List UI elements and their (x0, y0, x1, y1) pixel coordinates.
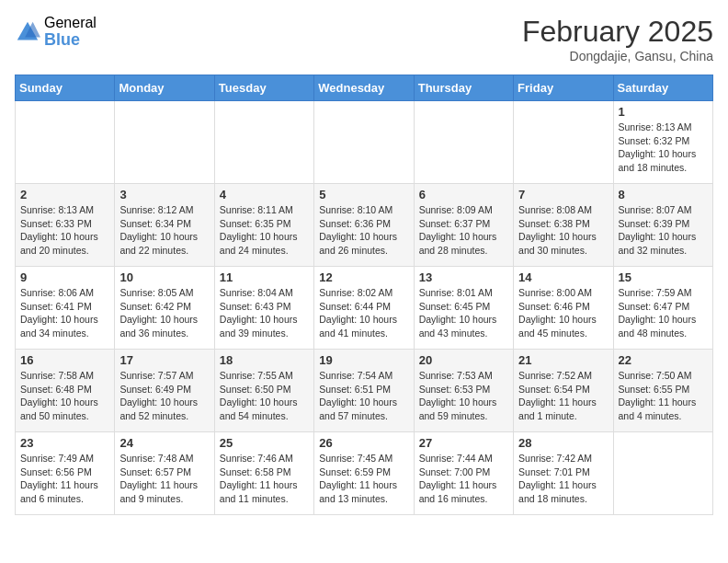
calendar-cell: 10Sunrise: 8:05 AM Sunset: 6:42 PM Dayli… (115, 267, 214, 350)
day-info: Sunrise: 8:08 AM Sunset: 6:38 PM Dayligh… (518, 203, 608, 258)
day-info: Sunrise: 8:13 AM Sunset: 6:32 PM Dayligh… (619, 121, 708, 175)
day-number: 14 (518, 270, 608, 284)
day-number: 26 (319, 436, 408, 450)
logo-text: General Blue (44, 15, 97, 49)
calendar-cell: 25Sunrise: 7:46 AM Sunset: 6:58 PM Dayli… (214, 432, 313, 515)
calendar-cell: 17Sunrise: 7:57 AM Sunset: 6:49 PM Dayli… (115, 350, 214, 432)
calendar-cell (514, 101, 613, 184)
calendar-week-row: 23Sunrise: 7:49 AM Sunset: 6:56 PM Dayli… (16, 432, 713, 515)
calendar-cell: 19Sunrise: 7:54 AM Sunset: 6:51 PM Dayli… (314, 350, 414, 432)
calendar-cell: 6Sunrise: 8:09 AM Sunset: 6:37 PM Daylig… (414, 184, 513, 267)
calendar-cell: 13Sunrise: 8:01 AM Sunset: 6:45 PM Dayli… (414, 267, 513, 350)
calendar-cell (613, 432, 712, 515)
day-info: Sunrise: 8:09 AM Sunset: 6:37 PM Dayligh… (419, 203, 508, 258)
calendar-cell (414, 101, 513, 184)
day-info: Sunrise: 7:59 AM Sunset: 6:47 PM Dayligh… (619, 286, 708, 340)
day-info: Sunrise: 7:55 AM Sunset: 6:50 PM Dayligh… (220, 369, 309, 423)
day-info: Sunrise: 8:06 AM Sunset: 6:41 PM Dayligh… (20, 286, 109, 340)
calendar-header-row: SundayMondayTuesdayWednesdayThursdayFrid… (16, 75, 713, 101)
logo-icon (15, 19, 40, 45)
day-number: 17 (119, 353, 209, 367)
day-info: Sunrise: 7:50 AM Sunset: 6:55 PM Dayligh… (619, 369, 708, 423)
calendar-cell (214, 101, 313, 184)
day-of-week-header: Thursday (414, 75, 513, 101)
day-number: 25 (220, 436, 309, 450)
calendar-cell: 20Sunrise: 7:53 AM Sunset: 6:53 PM Dayli… (414, 350, 513, 432)
calendar: SundayMondayTuesdayWednesdayThursdayFrid… (15, 75, 713, 515)
day-number: 23 (20, 436, 109, 450)
day-number: 27 (419, 436, 508, 450)
day-number: 16 (20, 353, 109, 367)
logo-blue: Blue (44, 31, 97, 50)
day-number: 7 (518, 188, 608, 201)
calendar-cell: 9Sunrise: 8:06 AM Sunset: 6:41 PM Daylig… (16, 267, 115, 350)
day-number: 6 (419, 188, 508, 201)
day-number: 13 (419, 270, 508, 284)
day-number: 21 (518, 353, 608, 367)
month-title: February 2025 (522, 15, 713, 49)
day-number: 24 (119, 436, 209, 450)
day-number: 15 (619, 270, 708, 284)
title-section: February 2025 Dongdajie, Gansu, China (522, 15, 713, 63)
day-info: Sunrise: 8:05 AM Sunset: 6:42 PM Dayligh… (119, 286, 209, 340)
day-info: Sunrise: 8:04 AM Sunset: 6:43 PM Dayligh… (220, 286, 309, 340)
day-number: 18 (220, 353, 309, 367)
logo-general: General (44, 15, 97, 31)
day-of-week-header: Sunday (16, 75, 115, 101)
calendar-week-row: 1Sunrise: 8:13 AM Sunset: 6:32 PM Daylig… (16, 101, 713, 184)
day-of-week-header: Tuesday (214, 75, 313, 101)
day-number: 8 (619, 188, 708, 201)
calendar-week-row: 9Sunrise: 8:06 AM Sunset: 6:41 PM Daylig… (16, 267, 713, 350)
calendar-cell: 7Sunrise: 8:08 AM Sunset: 6:38 PM Daylig… (514, 184, 613, 267)
day-info: Sunrise: 8:12 AM Sunset: 6:34 PM Dayligh… (119, 203, 209, 258)
logo: General Blue (15, 15, 97, 49)
day-info: Sunrise: 8:11 AM Sunset: 6:35 PM Dayligh… (220, 203, 309, 258)
calendar-cell: 14Sunrise: 8:00 AM Sunset: 6:46 PM Dayli… (514, 267, 613, 350)
calendar-cell (314, 101, 414, 184)
day-info: Sunrise: 8:02 AM Sunset: 6:44 PM Dayligh… (319, 286, 408, 340)
day-info: Sunrise: 7:49 AM Sunset: 6:56 PM Dayligh… (20, 452, 109, 506)
calendar-cell: 15Sunrise: 7:59 AM Sunset: 6:47 PM Dayli… (613, 267, 712, 350)
day-info: Sunrise: 7:57 AM Sunset: 6:49 PM Dayligh… (119, 369, 209, 423)
day-info: Sunrise: 8:00 AM Sunset: 6:46 PM Dayligh… (518, 286, 608, 340)
day-info: Sunrise: 7:45 AM Sunset: 6:59 PM Dayligh… (319, 452, 408, 506)
calendar-cell: 16Sunrise: 7:58 AM Sunset: 6:48 PM Dayli… (16, 350, 115, 432)
calendar-cell: 3Sunrise: 8:12 AM Sunset: 6:34 PM Daylig… (115, 184, 214, 267)
calendar-cell: 21Sunrise: 7:52 AM Sunset: 6:54 PM Dayli… (514, 350, 613, 432)
day-of-week-header: Monday (115, 75, 214, 101)
calendar-week-row: 2Sunrise: 8:13 AM Sunset: 6:33 PM Daylig… (16, 184, 713, 267)
calendar-cell: 26Sunrise: 7:45 AM Sunset: 6:59 PM Dayli… (314, 432, 414, 515)
calendar-cell: 1Sunrise: 8:13 AM Sunset: 6:32 PM Daylig… (613, 101, 712, 184)
calendar-cell (16, 101, 115, 184)
day-number: 9 (20, 270, 109, 284)
calendar-cell: 27Sunrise: 7:44 AM Sunset: 7:00 PM Dayli… (414, 432, 513, 515)
calendar-cell (115, 101, 214, 184)
day-number: 12 (319, 270, 408, 284)
day-number: 2 (20, 188, 109, 201)
calendar-cell: 11Sunrise: 8:04 AM Sunset: 6:43 PM Dayli… (214, 267, 313, 350)
calendar-cell: 28Sunrise: 7:42 AM Sunset: 7:01 PM Dayli… (514, 432, 613, 515)
day-number: 5 (319, 188, 408, 201)
day-number: 10 (119, 270, 209, 284)
day-info: Sunrise: 7:44 AM Sunset: 7:00 PM Dayligh… (419, 452, 508, 506)
day-info: Sunrise: 7:46 AM Sunset: 6:58 PM Dayligh… (220, 452, 309, 506)
day-number: 22 (619, 353, 708, 367)
calendar-cell: 24Sunrise: 7:48 AM Sunset: 6:57 PM Dayli… (115, 432, 214, 515)
calendar-cell: 18Sunrise: 7:55 AM Sunset: 6:50 PM Dayli… (214, 350, 313, 432)
calendar-cell: 5Sunrise: 8:10 AM Sunset: 6:36 PM Daylig… (314, 184, 414, 267)
calendar-cell: 23Sunrise: 7:49 AM Sunset: 6:56 PM Dayli… (16, 432, 115, 515)
day-info: Sunrise: 8:07 AM Sunset: 6:39 PM Dayligh… (619, 203, 708, 258)
day-number: 20 (419, 353, 508, 367)
day-number: 3 (119, 188, 209, 201)
calendar-cell: 2Sunrise: 8:13 AM Sunset: 6:33 PM Daylig… (16, 184, 115, 267)
day-number: 4 (220, 188, 309, 201)
day-number: 19 (319, 353, 408, 367)
calendar-cell: 4Sunrise: 8:11 AM Sunset: 6:35 PM Daylig… (214, 184, 313, 267)
day-of-week-header: Friday (514, 75, 613, 101)
calendar-cell: 8Sunrise: 8:07 AM Sunset: 6:39 PM Daylig… (613, 184, 712, 267)
calendar-week-row: 16Sunrise: 7:58 AM Sunset: 6:48 PM Dayli… (16, 350, 713, 432)
header: General Blue February 2025 Dongdajie, Ga… (15, 15, 713, 63)
calendar-cell: 22Sunrise: 7:50 AM Sunset: 6:55 PM Dayli… (613, 350, 712, 432)
day-info: Sunrise: 8:10 AM Sunset: 6:36 PM Dayligh… (319, 203, 408, 258)
day-info: Sunrise: 7:54 AM Sunset: 6:51 PM Dayligh… (319, 369, 408, 423)
